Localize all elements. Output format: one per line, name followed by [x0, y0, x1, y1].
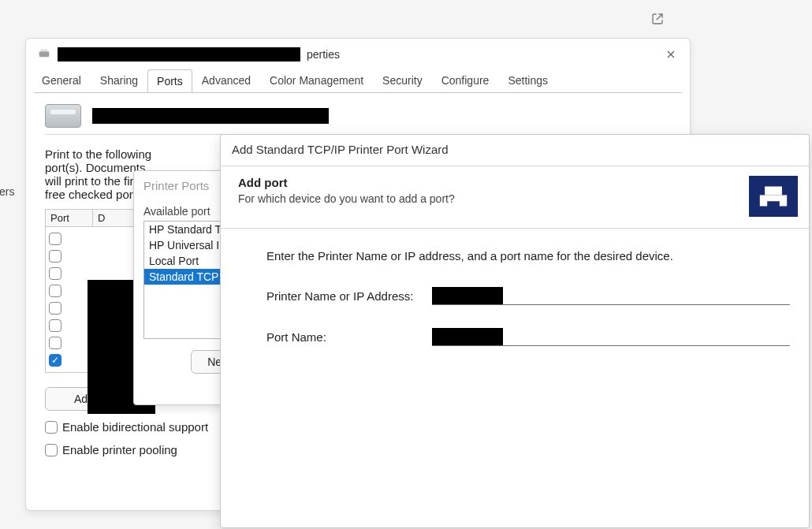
close-icon[interactable]	[663, 47, 679, 62]
properties-titlebar: perties	[26, 39, 690, 69]
tab-advanced[interactable]: Advanced	[192, 69, 260, 91]
svg-rect-4	[767, 201, 780, 208]
table-row[interactable]	[49, 248, 142, 265]
checkbox-icon[interactable]	[49, 337, 61, 349]
checkbox-icon[interactable]	[45, 444, 58, 456]
enable-pooling-label: Enable printer pooling	[62, 443, 177, 456]
printer-small-icon	[37, 48, 51, 61]
svg-rect-0	[39, 51, 50, 57]
col-description: D	[93, 210, 110, 226]
checkbox-icon[interactable]	[49, 250, 61, 263]
svg-rect-3	[765, 187, 782, 196]
wizard-hint: Enter the Printer Name or IP address, an…	[266, 249, 790, 263]
checkbox-icon[interactable]	[49, 285, 61, 297]
add-port-wizard-window: Add Standard TCP/IP Printer Port Wizard …	[220, 134, 810, 528]
tab-configure[interactable]: Configure	[432, 69, 499, 91]
wizard-banner: Add port For which device do you want to…	[221, 166, 809, 229]
port-name-row: Port Name:	[266, 327, 790, 346]
checkbox-icon[interactable]	[49, 302, 61, 315]
printer-banner-icon	[749, 176, 798, 217]
properties-tabs: General Sharing Ports Advanced Color Man…	[26, 69, 690, 92]
enable-bidirectional-label: Enable bidirectional support	[62, 420, 208, 434]
wizard-banner-heading: Add port	[238, 176, 455, 189]
redacted-port-name-value	[432, 328, 503, 345]
printer-name-input[interactable]	[432, 286, 790, 305]
port-name-input[interactable]	[432, 327, 790, 346]
tab-security[interactable]: Security	[373, 69, 432, 91]
checkbox-icon[interactable]	[45, 421, 58, 434]
external-link-icon	[651, 13, 664, 25]
checkbox-icon[interactable]	[49, 233, 61, 245]
table-row[interactable]	[49, 230, 142, 248]
redacted-printer-name-value	[432, 287, 503, 304]
checkbox-icon[interactable]	[49, 319, 61, 332]
redacted-printer-name	[92, 108, 329, 124]
port-name-label: Port Name:	[266, 330, 432, 344]
tab-sharing[interactable]: Sharing	[91, 69, 147, 91]
tab-general[interactable]: General	[32, 69, 91, 91]
tab-color-management[interactable]: Color Management	[260, 69, 373, 91]
properties-title-suffix: perties	[307, 48, 340, 61]
printer-icon	[45, 104, 81, 128]
printer-name-label: Printer Name or IP Address:	[266, 289, 432, 303]
ports-table-header: Port D	[46, 210, 145, 227]
redacted-printer-title	[58, 47, 300, 61]
wizard-title: Add Standard TCP/IP Printer Port Wizard	[221, 135, 809, 166]
tab-ports[interactable]: Ports	[147, 69, 192, 92]
checkbox-checked-icon[interactable]	[49, 354, 61, 367]
wizard-banner-sub: For which device do you want to add a po…	[238, 192, 455, 205]
col-port: Port	[46, 210, 93, 226]
printer-name-row: Printer Name or IP Address:	[266, 286, 790, 305]
background-text-fragment: ers	[0, 185, 16, 198]
tab-settings[interactable]: Settings	[498, 69, 557, 91]
svg-rect-1	[41, 49, 47, 51]
checkbox-icon[interactable]	[49, 267, 61, 280]
